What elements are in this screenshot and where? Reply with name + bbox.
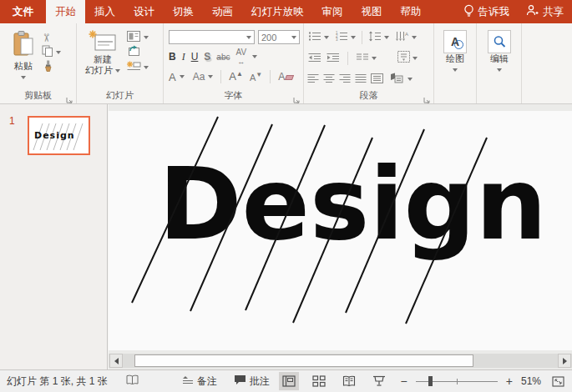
eraser-icon (285, 75, 294, 80)
align-left-button[interactable] (307, 72, 319, 87)
tab-slideshow[interactable]: 幻灯片放映 (242, 0, 313, 23)
clipboard-dialog-launcher[interactable] (66, 93, 74, 101)
font-dialog-launcher[interactable] (293, 93, 301, 101)
ribbon: 粘贴 ✂ 剪贴板 (0, 23, 572, 104)
fit-slide-to-window-button[interactable] (548, 372, 568, 390)
align-text-button[interactable] (397, 51, 410, 66)
character-spacing-button[interactable]: AV↔ (235, 48, 246, 66)
group-clipboard: 粘贴 ✂ 剪贴板 (0, 23, 77, 103)
editing-dropdown-arrow[interactable] (497, 68, 502, 72)
layout-dropdown-arrow[interactable] (144, 36, 149, 39)
change-case-button[interactable]: Aa (193, 71, 205, 83)
convert-smartart-dropdown-arrow[interactable] (407, 78, 413, 81)
notes-icon (182, 375, 194, 388)
new-slide-label-line1: 新建 (84, 54, 122, 65)
align-center-button[interactable] (323, 72, 335, 87)
increase-indent-button[interactable] (326, 51, 340, 66)
cut-button[interactable]: ✂ (42, 30, 72, 45)
shrink-font-button[interactable]: A▼ (250, 71, 262, 83)
comments-button[interactable]: 批注 (234, 374, 270, 389)
slide-canvas[interactable]: Design (109, 111, 572, 350)
new-slide-dropdown-arrow[interactable] (115, 69, 120, 73)
layout-button[interactable] (127, 30, 160, 45)
text-shadow-button[interactable]: S (204, 51, 210, 63)
convert-smartart-button[interactable] (390, 72, 403, 87)
line-spacing-dropdown-arrow[interactable] (384, 36, 389, 39)
scroll-left-button[interactable] (109, 354, 123, 368)
section-dropdown-arrow[interactable] (144, 66, 149, 69)
paragraph-dialog-launcher[interactable] (423, 93, 432, 101)
columns-button[interactable] (356, 51, 369, 66)
format-painter-button[interactable] (42, 60, 72, 75)
scroll-left-arrow-icon (114, 358, 119, 364)
zoom-out-button[interactable]: − (397, 374, 411, 388)
tab-file[interactable]: 文件 (0, 0, 46, 23)
slide-thumbnail[interactable]: Design (28, 116, 90, 155)
decrease-indent-button[interactable] (308, 51, 321, 66)
new-slide-button[interactable]: 新建 幻灯片 (84, 30, 122, 76)
reading-view-button[interactable] (339, 372, 359, 390)
bullets-dropdown-arrow[interactable] (324, 36, 329, 39)
text-direction-button[interactable]: A (395, 30, 409, 45)
change-case-dropdown-arrow[interactable] (208, 75, 213, 78)
font-name-combobox[interactable] (169, 30, 255, 44)
numbering-dropdown-arrow[interactable] (351, 36, 356, 39)
align-text-dropdown-arrow[interactable] (413, 57, 418, 60)
editing-button[interactable]: 编辑 (484, 30, 514, 75)
font-size-dropdown-arrow[interactable] (291, 36, 296, 39)
italic-button[interactable]: I (182, 51, 185, 63)
slide-sorter-view-button[interactable] (309, 372, 329, 390)
underline-button[interactable]: U (191, 51, 199, 63)
new-slide-icon (89, 43, 117, 53)
reset-button[interactable] (127, 45, 160, 60)
zoom-slider-thumb[interactable] (428, 376, 433, 386)
paste-button[interactable]: 粘贴 (7, 30, 40, 83)
diagonal-hatch-lines[interactable] (109, 111, 572, 350)
grow-font-button[interactable]: A▲ (229, 70, 243, 83)
columns-dropdown-arrow[interactable] (372, 57, 377, 60)
normal-view-button[interactable] (279, 372, 299, 390)
slideshow-view-button[interactable] (369, 372, 389, 390)
numbering-button[interactable]: 123 (335, 30, 348, 45)
group-drawing: A 绘图 (434, 23, 477, 103)
bullets-button[interactable] (308, 30, 321, 45)
tab-help[interactable]: 帮助 (392, 0, 431, 23)
horizontal-scrollbar[interactable] (109, 354, 572, 368)
tab-design[interactable]: 设计 (124, 0, 164, 23)
character-spacing-dropdown-arrow[interactable] (252, 55, 257, 58)
distribute-button[interactable] (371, 72, 383, 87)
scroll-right-button[interactable] (558, 354, 571, 368)
tab-home[interactable]: 开始 (46, 0, 85, 23)
font-color-dropdown-arrow[interactable] (180, 75, 185, 78)
strikethrough-button[interactable]: abc (216, 53, 230, 62)
tab-view[interactable]: 视图 (352, 0, 392, 23)
zoom-in-button[interactable]: + (503, 374, 516, 388)
font-name-dropdown-arrow[interactable] (246, 36, 251, 39)
tab-review[interactable]: 审阅 (313, 0, 352, 23)
scrollbar-thumb[interactable] (134, 354, 473, 367)
font-size-combobox[interactable]: 200 (258, 30, 300, 44)
justify-button[interactable] (355, 72, 367, 87)
paste-dropdown-arrow[interactable] (21, 76, 26, 79)
section-button[interactable] (127, 60, 160, 75)
tell-me-button[interactable]: 告诉我 (455, 0, 519, 23)
share-button[interactable]: 共享 (518, 0, 572, 23)
align-right-button[interactable] (339, 72, 351, 87)
slide-layout-icon (127, 30, 140, 45)
drawing-button[interactable]: A 绘图 (440, 30, 470, 75)
copy-dropdown-arrow[interactable] (56, 51, 61, 54)
tab-transitions[interactable]: 切换 (164, 0, 203, 23)
notes-button[interactable]: 备注 (182, 374, 217, 389)
zoom-percentage[interactable]: 51% (521, 375, 541, 387)
zoom-slider[interactable] (416, 375, 498, 387)
font-color-button[interactable]: A (169, 71, 176, 83)
spellcheck-book-icon[interactable] (126, 374, 139, 388)
text-direction-dropdown-arrow[interactable] (412, 36, 417, 39)
copy-button[interactable] (42, 45, 72, 60)
tab-insert[interactable]: 插入 (85, 0, 124, 23)
bold-button[interactable]: B (169, 51, 176, 63)
tab-animations[interactable]: 动画 (203, 0, 242, 23)
drawing-dropdown-arrow[interactable] (453, 68, 458, 72)
clear-formatting-button[interactable]: A (278, 71, 293, 83)
line-spacing-button[interactable] (368, 30, 382, 45)
